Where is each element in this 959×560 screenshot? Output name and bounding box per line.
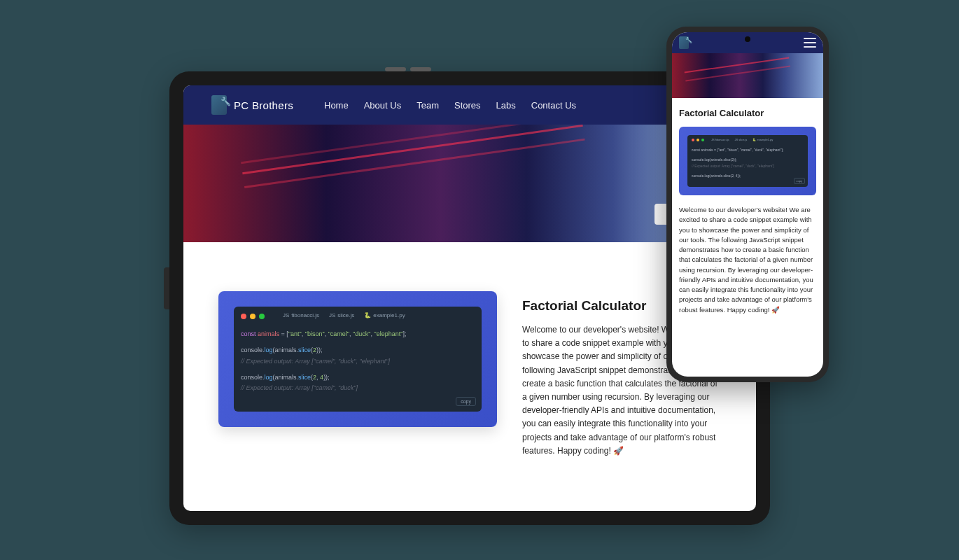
tab-slice[interactable]: JS slice.js bbox=[329, 312, 354, 318]
minimize-dot-icon bbox=[696, 139, 699, 141]
brand-logo[interactable]: PC Brothers bbox=[211, 95, 293, 115]
code-snippet-card: JS fibonacci.js JS slice.js 🐍 example1.p… bbox=[679, 127, 816, 195]
nav-links: Home About Us Team Stores Labs Contact U… bbox=[324, 100, 576, 111]
code-snippet-card: JS fibonacci.js JS slice.js 🐍 example1.p… bbox=[218, 291, 497, 427]
tab-example[interactable]: 🐍 example1.py bbox=[364, 312, 405, 318]
maximize-dot-icon bbox=[259, 314, 265, 319]
minimize-dot-icon bbox=[250, 314, 255, 319]
mobile-content: Factorial Calculator JS fibonacci.js JS … bbox=[672, 98, 823, 325]
editor-tabs: JS fibonacci.js JS slice.js 🐍 example1.p… bbox=[711, 138, 773, 141]
editor-tabs: JS fibonacci.js JS slice.js 🐍 example1.p… bbox=[283, 312, 405, 318]
hamburger-menu-icon[interactable] bbox=[804, 38, 816, 48]
tab-fibonacci[interactable]: JS fibonacci.js bbox=[283, 312, 319, 318]
code-editor: JS fibonacci.js JS slice.js 🐍 example1.p… bbox=[687, 135, 808, 187]
code-editor: JS fibonacci.js JS slice.js 🐍 example1.p… bbox=[234, 307, 482, 412]
copy-button[interactable]: copy bbox=[794, 178, 805, 184]
close-dot-icon bbox=[241, 314, 246, 319]
hero-image bbox=[672, 53, 823, 98]
page-description: Welcome to our developer's website! We a… bbox=[679, 205, 816, 315]
code-content: const animals = ["ant", "bison", "camel"… bbox=[692, 147, 804, 179]
copy-button[interactable]: copy bbox=[456, 397, 476, 406]
tablet-volume-button bbox=[410, 67, 431, 71]
tab-example[interactable]: 🐍 example1.py bbox=[752, 138, 773, 141]
tab-slice[interactable]: JS slice.js bbox=[735, 138, 748, 141]
tablet-volume-button bbox=[385, 67, 406, 71]
nav-contact[interactable]: Contact Us bbox=[531, 100, 576, 111]
nav-labs[interactable]: Labs bbox=[496, 100, 516, 111]
tab-fibonacci[interactable]: JS fibonacci.js bbox=[711, 138, 729, 141]
phone-screen: Factorial Calculator JS fibonacci.js JS … bbox=[672, 32, 823, 377]
close-dot-icon bbox=[692, 139, 694, 141]
brand-name: PC Brothers bbox=[234, 99, 293, 111]
nav-about[interactable]: About Us bbox=[364, 100, 401, 111]
page-title: Factorial Calculator bbox=[679, 108, 816, 118]
code-content: const animals = ["ant", "bison", "camel"… bbox=[241, 329, 475, 393]
logo-icon[interactable] bbox=[679, 36, 689, 49]
nav-home[interactable]: Home bbox=[324, 100, 349, 111]
phone-device-frame: Factorial Calculator JS fibonacci.js JS … bbox=[666, 27, 829, 382]
nav-team[interactable]: Team bbox=[416, 100, 439, 111]
logo-icon bbox=[211, 95, 227, 115]
mobile-navbar bbox=[672, 32, 823, 53]
maximize-dot-icon bbox=[701, 139, 704, 141]
nav-stores[interactable]: Stores bbox=[454, 100, 481, 111]
